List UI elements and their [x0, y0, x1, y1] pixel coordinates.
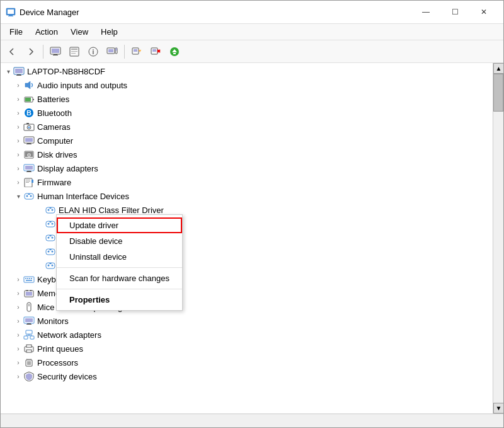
- svg-rect-36: [25, 98, 31, 101]
- root-icon: [13, 66, 25, 77]
- svg-text:i: i: [93, 49, 94, 55]
- svg-text:B: B: [26, 109, 32, 117]
- tree-item-audio[interactable]: › Audio inputs and outputs: [1, 78, 493, 92]
- computer-expand-icon: ›: [13, 136, 23, 146]
- computer-icon-btn[interactable]: [47, 43, 64, 61]
- warn-btn[interactable]: !: [128, 43, 146, 61]
- toolbar: i !: [1, 40, 503, 63]
- svg-rect-75: [50, 235, 52, 236]
- device-manager-window: Device Manager — ☐ ✕ File Action View He…: [0, 0, 504, 428]
- cameras-expand-icon: ›: [13, 122, 23, 132]
- tree-item-processors[interactable]: › Processors: [1, 356, 493, 369]
- batteries-icon: [23, 93, 35, 105]
- menu-file[interactable]: File: [3, 26, 29, 38]
- svg-point-74: [52, 237, 54, 239]
- forward-button[interactable]: [22, 43, 40, 61]
- hid5-expand-icon: [35, 260, 45, 270]
- svg-rect-28: [173, 53, 176, 54]
- svg-rect-35: [33, 99, 34, 100]
- close-button[interactable]: ✕: [469, 1, 498, 24]
- tree-item-disk[interactable]: › Disk drives: [1, 147, 493, 161]
- delete-btn[interactable]: [147, 43, 164, 61]
- tree-root[interactable]: ▾ LAPTOP-NB8H8CDF: [1, 64, 493, 78]
- ctx-disable-device[interactable]: Disable device: [57, 233, 182, 249]
- disk-label: Disk drives: [37, 150, 77, 159]
- svg-point-69: [48, 223, 50, 225]
- svg-point-82: [52, 265, 54, 267]
- batteries-expand-icon: ›: [13, 94, 23, 104]
- scroll-up-button[interactable]: ▲: [493, 63, 503, 74]
- ctx-uninstall-device[interactable]: Uninstall device: [57, 249, 182, 265]
- menu-help[interactable]: Help: [94, 26, 124, 38]
- tree-item-batteries[interactable]: › Batteries: [1, 92, 493, 106]
- svg-rect-97: [27, 323, 31, 324]
- tree-item-hid[interactable]: ▾ Human Interface Devices: [1, 189, 493, 203]
- vertical-scrollbar[interactable]: ▲ ▼: [493, 63, 503, 414]
- audio-label: Audio inputs and outputs: [37, 81, 127, 90]
- root-expand-icon: ▾: [3, 66, 13, 76]
- ctx-properties[interactable]: Properties: [57, 292, 182, 308]
- svg-point-61: [26, 195, 28, 197]
- tree-item-display[interactable]: › Display adapters: [1, 161, 493, 175]
- svg-rect-84: [24, 277, 34, 282]
- scrollbar-thumb[interactable]: [493, 74, 503, 112]
- monitors-expand-icon: ›: [13, 316, 23, 326]
- root-label: LAPTOP-NB8H8CDF: [27, 67, 105, 76]
- svg-rect-92: [26, 290, 28, 291]
- menu-view[interactable]: View: [64, 26, 94, 38]
- svg-rect-54: [26, 171, 32, 172]
- menu-action[interactable]: Action: [29, 26, 64, 38]
- hid-label: Human Interface Devices: [37, 192, 129, 201]
- svg-rect-100: [24, 336, 28, 339]
- download-btn[interactable]: [166, 43, 183, 61]
- info-btn[interactable]: i: [84, 43, 102, 61]
- hid-expand-icon: ▾: [13, 191, 23, 201]
- tree-item-cameras[interactable]: › Cameras: [1, 120, 493, 134]
- svg-rect-105: [26, 345, 32, 347]
- tree-item-monitors[interactable]: › Monitors: [1, 314, 493, 328]
- svg-point-41: [28, 127, 30, 129]
- scrollbar-track[interactable]: [493, 74, 503, 403]
- bluetooth-label: Bluetooth: [37, 108, 72, 118]
- svg-text:!: !: [139, 49, 140, 53]
- svg-rect-87: [29, 278, 30, 279]
- svg-rect-1: [8, 9, 14, 14]
- svg-point-81: [48, 265, 50, 267]
- disk-expand-icon: ›: [13, 149, 23, 159]
- firmware-icon: [23, 176, 35, 188]
- maximize-button[interactable]: ☐: [440, 1, 469, 24]
- tree-item-network[interactable]: › Network adapters: [1, 328, 493, 342]
- ctx-scan-changes[interactable]: Scan for hardware changes: [57, 270, 182, 286]
- toolbar-separator-2: [124, 45, 125, 59]
- svg-rect-108: [27, 361, 31, 365]
- title-bar: Device Manager — ☐ ✕: [1, 1, 503, 24]
- svg-rect-57: [26, 181, 30, 182]
- back-button[interactable]: [3, 43, 21, 61]
- status-bar: [1, 414, 503, 427]
- batteries-label: Batteries: [37, 95, 69, 104]
- svg-point-50: [28, 154, 30, 156]
- svg-rect-2: [9, 15, 13, 16]
- memory-expand-icon: ›: [13, 288, 23, 298]
- scan-btn[interactable]: [103, 43, 121, 61]
- svg-rect-91: [26, 292, 32, 296]
- svg-rect-6: [54, 54, 57, 55]
- minimize-button[interactable]: —: [411, 1, 440, 24]
- tree-item-security[interactable]: › Security devices: [1, 369, 493, 383]
- scroll-down-button[interactable]: ▼: [493, 403, 503, 414]
- svg-rect-11: [71, 53, 76, 54]
- tree-item-bluetooth[interactable]: › B Bluetooth: [1, 106, 493, 120]
- window-title: Device Manager: [20, 8, 411, 17]
- bluetooth-expand-icon: ›: [13, 108, 23, 118]
- audio-expand-icon: ›: [13, 80, 23, 90]
- tree-item-computer[interactable]: › Computer: [1, 134, 493, 147]
- security-icon: [23, 371, 35, 382]
- tree-item-firmware[interactable]: › Firmware: [1, 175, 493, 189]
- tree-item-print[interactable]: › Print queues: [1, 342, 493, 356]
- properties-btn[interactable]: [66, 43, 83, 61]
- svg-rect-83: [50, 263, 52, 264]
- app-icon: [6, 7, 16, 17]
- firmware-label: Firmware: [37, 178, 71, 187]
- ctx-update-driver[interactable]: Update driver: [57, 217, 182, 233]
- disk-icon: [23, 149, 35, 160]
